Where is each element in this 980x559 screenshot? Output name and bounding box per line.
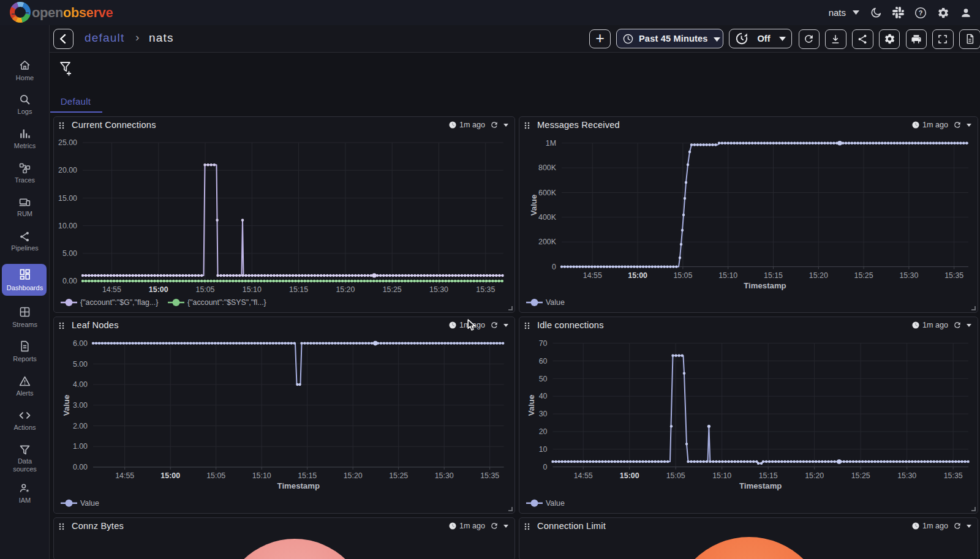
svg-text:70: 70 (539, 339, 548, 348)
svg-text:{"account":"$G","flag...}: {"account":"$G","flag...} (80, 298, 158, 307)
svg-text:20.00: 20.00 (58, 166, 77, 174)
svg-text:{"account":"$SYS","fl...}: {"account":"$SYS","fl...} (187, 298, 266, 307)
svg-text:Value: Value (546, 499, 565, 508)
svg-text:15:20: 15:20 (805, 471, 824, 480)
svg-text:15:30: 15:30 (429, 285, 448, 294)
svg-text:15:05: 15:05 (673, 271, 692, 280)
svg-text:3.00: 3.00 (73, 401, 88, 410)
svg-text:15:30: 15:30 (897, 471, 916, 480)
svg-text:15:10: 15:10 (252, 471, 271, 480)
svg-text:0.00: 0.00 (62, 277, 77, 285)
svg-text:15:35: 15:35 (480, 471, 499, 480)
svg-text:15:35: 15:35 (944, 271, 963, 280)
svg-text:15:35: 15:35 (944, 471, 963, 480)
svg-text:15:05: 15:05 (206, 471, 225, 480)
svg-text:15:25: 15:25 (389, 471, 408, 480)
svg-text:15:20: 15:20 (336, 285, 355, 294)
svg-text:15:05: 15:05 (666, 471, 685, 480)
svg-text:15:30: 15:30 (435, 471, 454, 480)
svg-text:14:55: 14:55 (574, 471, 593, 480)
svg-text:15:25: 15:25 (383, 285, 402, 294)
svg-text:Timestamp: Timestamp (739, 481, 782, 490)
svg-text:0.00: 0.00 (73, 463, 88, 471)
svg-text:15:20: 15:20 (344, 471, 363, 480)
svg-text:Timestamp: Timestamp (744, 281, 786, 290)
svg-text:5.00: 5.00 (73, 360, 88, 369)
svg-text:14:55: 14:55 (115, 471, 134, 480)
svg-text:60: 60 (539, 357, 548, 366)
svg-text:15:25: 15:25 (851, 471, 870, 480)
svg-text:6.00: 6.00 (73, 339, 88, 348)
svg-text:600K: 600K (538, 189, 557, 197)
svg-text:400K: 400K (538, 213, 557, 222)
svg-text:15:20: 15:20 (809, 271, 828, 280)
svg-text:25.00: 25.00 (58, 138, 77, 147)
svg-text:15:30: 15:30 (899, 271, 918, 280)
svg-text:15:10: 15:10 (243, 285, 262, 294)
svg-text:15:35: 15:35 (476, 285, 495, 294)
svg-text:15:00: 15:00 (160, 471, 180, 480)
svg-text:14:55: 14:55 (102, 285, 121, 294)
svg-text:14:55: 14:55 (583, 271, 602, 280)
svg-text:15.00: 15.00 (58, 194, 77, 203)
svg-text:15:10: 15:10 (718, 271, 737, 280)
svg-text:15:25: 15:25 (854, 271, 873, 280)
svg-text:800K: 800K (538, 163, 557, 172)
svg-text:5.00: 5.00 (62, 249, 77, 258)
svg-text:Timestamp: Timestamp (277, 481, 320, 490)
svg-text:0: 0 (543, 463, 548, 471)
svg-text:30: 30 (539, 410, 548, 418)
svg-text:15:15: 15:15 (289, 285, 308, 294)
svg-text:1.00: 1.00 (73, 442, 88, 451)
svg-text:?: ? (919, 9, 923, 16)
svg-text:15:15: 15:15 (759, 471, 778, 480)
svg-text:Value: Value (527, 395, 536, 416)
svg-text:20: 20 (539, 427, 548, 436)
svg-text:Value: Value (80, 499, 99, 508)
svg-text:10: 10 (539, 445, 548, 454)
svg-text:15:00: 15:00 (628, 271, 647, 280)
svg-text:15:15: 15:15 (298, 471, 317, 480)
svg-text:Value: Value (529, 195, 538, 216)
svg-text:15:00: 15:00 (620, 471, 639, 480)
svg-text:Value: Value (546, 298, 565, 307)
svg-text:15:00: 15:00 (149, 285, 168, 294)
svg-text:15:05: 15:05 (195, 285, 214, 294)
svg-text:10.00: 10.00 (58, 222, 77, 230)
svg-text:200K: 200K (538, 238, 557, 246)
svg-text:2.00: 2.00 (73, 422, 88, 430)
svg-text:50: 50 (539, 375, 548, 383)
svg-text:40: 40 (539, 392, 548, 400)
svg-text:Value: Value (62, 395, 71, 416)
svg-text:4.00: 4.00 (73, 380, 88, 389)
svg-text:15:10: 15:10 (712, 471, 731, 480)
svg-text:1M: 1M (546, 139, 556, 148)
svg-text:15:15: 15:15 (764, 271, 783, 280)
svg-text:0: 0 (552, 263, 556, 271)
